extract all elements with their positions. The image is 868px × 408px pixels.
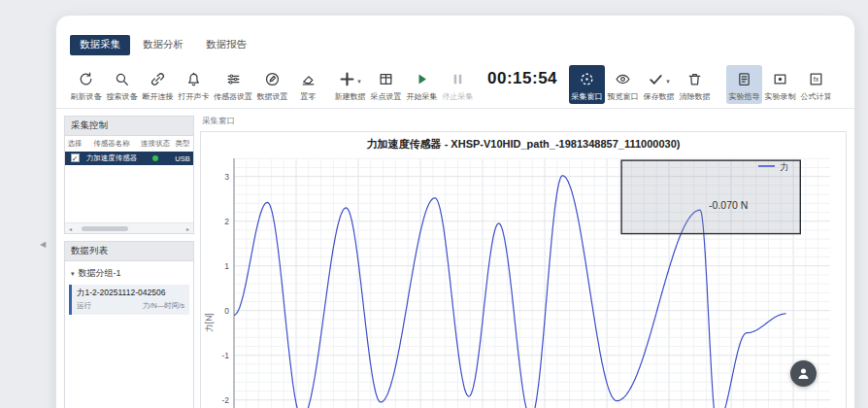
col-select: 选择 — [65, 136, 84, 152]
sensor-row[interactable]: ✓ 力加速度传感器 USB — [65, 152, 193, 165]
sidebar-collapse-arrow-icon[interactable]: ◀ — [40, 240, 46, 249]
data-item-title: 力1-2-20251112-042506 — [77, 288, 184, 299]
data-settings-icon — [264, 69, 281, 88]
sensor-table: 选择 传感器名称 连接状态 类型 ✓ 力加速度传感器 USB — [65, 136, 193, 165]
search-icon — [114, 69, 130, 88]
scroll-right-icon[interactable]: ▸ — [183, 225, 193, 232]
start-icon — [414, 69, 430, 88]
toolbar-item-label: 保存数据 — [644, 91, 675, 102]
connect-icon — [150, 69, 166, 88]
toolbar-item-search[interactable]: 搜索设备 — [104, 65, 140, 104]
data-list-item[interactable]: 力1-2-20251112-042506 运行 力/N—时间/s — [69, 285, 189, 315]
sensor-name: 力加速度传感器 — [84, 152, 139, 165]
toolbar-item-new-data[interactable]: ▾新建数据 — [332, 65, 368, 104]
y-tick-label: -2 — [221, 395, 229, 405]
sensor-settings-icon — [225, 69, 242, 88]
tree-expand-icon[interactable]: ▾ — [71, 270, 75, 278]
toolbar-item-label: 刷新设备 — [71, 91, 102, 102]
stop-icon — [450, 69, 466, 88]
capture-window-icon — [579, 69, 595, 88]
y-tick-label: -1 — [221, 351, 229, 360]
data-item-status: 运行 — [77, 301, 91, 311]
toolbar-item-label: 实验录制 — [765, 91, 796, 102]
y-tick-label: 3 — [224, 172, 229, 182]
toolbar-item-start[interactable]: 开始采集 — [404, 65, 440, 104]
chevron-down-icon[interactable]: ▾ — [666, 78, 670, 88]
toolbar-item-label: 清除数据 — [680, 91, 711, 102]
toolbar-item-label: 搜索设备 — [107, 91, 138, 102]
toolbar-item-clear[interactable]: 清除数据 — [677, 65, 713, 104]
sensor-type: USB — [172, 152, 193, 165]
toolbar-item-sensor-settings[interactable]: 传感器设置 — [212, 65, 254, 104]
acquisition-control-panel: 采集控制 选择 传感器名称 连接状态 类型 ✓ — [64, 116, 194, 234]
y-tick-label: 0 — [224, 306, 229, 316]
svg-text:fx: fx — [814, 76, 819, 83]
acquisition-timer: 00:15:54 — [487, 69, 557, 88]
selection-box[interactable] — [621, 160, 800, 233]
preview-icon — [615, 69, 631, 88]
toolbar-item-label: 采点设置 — [371, 91, 402, 102]
toolbar-item-label: 停止采集 — [443, 91, 474, 102]
toolbar-item-label: 新建数据 — [335, 91, 366, 102]
scroll-left-icon[interactable]: ◂ — [65, 225, 76, 232]
sample-settings-icon — [378, 69, 394, 88]
annotation-value: -0.070 N — [709, 199, 748, 211]
toolbar-item-sample-settings[interactable]: 采点设置 — [368, 65, 404, 104]
col-sensor-name: 传感器名称 — [84, 136, 139, 152]
toolbar-item-data-settings[interactable]: 数据设置 — [254, 65, 290, 104]
data-item-axes: 力/N—时间/s — [143, 301, 184, 311]
sensor-checkbox[interactable]: ✓ — [71, 153, 80, 162]
guide-icon — [736, 69, 752, 88]
y-tick-label: 2 — [224, 217, 229, 226]
toolbar-item-connect[interactable]: 断开连接 — [140, 65, 176, 104]
chart-card: 力加速度传感器 - XHSP-V10HID_path_-1981348857_1… — [200, 131, 847, 408]
sensor-table-hscrollbar[interactable]: ◂ ▸ — [65, 222, 193, 233]
legend-label: 力 — [780, 162, 788, 172]
status-dot-icon — [152, 155, 158, 161]
toolbar-item-record[interactable]: 实验录制 — [762, 65, 798, 104]
toolbar-item-label: 开始采集 — [407, 91, 438, 102]
bell-icon — [185, 69, 202, 88]
y-tick-label: 1 — [224, 261, 229, 271]
toolbar-item-label: 置零 — [301, 91, 317, 102]
toolbar-item-zero[interactable]: 置零 — [290, 65, 326, 104]
save-icon: ▾ — [648, 69, 670, 88]
toolbar-item-save[interactable]: ▾保存数据 — [641, 65, 677, 104]
toolbar-item-label: 断开连接 — [143, 91, 174, 102]
data-group-row[interactable]: ▾ 数据分组-1 — [65, 261, 193, 284]
toolbar-item-label: 数据设置 — [257, 91, 288, 102]
formula-icon: fx — [808, 69, 824, 88]
chart-title: 力加速度传感器 - XHSP-V10HID_path_-1981348857_1… — [201, 137, 846, 152]
content-area: 采集控制 选择 传感器名称 连接状态 类型 ✓ — [56, 109, 854, 408]
col-connect-status: 连接状态 — [139, 136, 172, 152]
toolbar-item-formula[interactable]: fx公式计算 — [798, 65, 834, 104]
tab-data-report[interactable]: 数据报告 — [196, 35, 256, 55]
clear-icon — [686, 69, 703, 88]
tab-data-analysis[interactable]: 数据分析 — [133, 35, 193, 55]
acquisition-control-header: 采集控制 — [65, 117, 193, 136]
toolbar-item-guide[interactable]: 实验指导 — [726, 65, 762, 104]
tab-data-acquisition[interactable]: 数据采集 — [70, 35, 130, 55]
capture-window-label: 采集窗口 — [200, 116, 847, 131]
new-data-icon: ▾ — [339, 69, 361, 88]
record-icon — [772, 69, 788, 88]
toolbar-item-label: 公式计算 — [801, 91, 832, 102]
app-window: 数据采集 数据分析 数据报告 刷新设备搜索设备断开连接打开声卡传感器设置数据设置… — [55, 15, 855, 408]
chart-plot[interactable]: 3210-1-2力[N]-0.070 N力 — [201, 153, 842, 408]
main-toolbar: 刷新设备搜索设备断开连接打开声卡传感器设置数据设置置零▾新建数据采点设置开始采集… — [56, 59, 854, 109]
toolbar-item-label: 传感器设置 — [214, 91, 252, 102]
toolbar-item-label: 预览窗口 — [608, 91, 639, 102]
toolbar-item-stop: 停止采集 — [440, 65, 476, 104]
main-tabbar: 数据采集 数据分析 数据报告 — [56, 16, 854, 55]
toolbar-item-preview[interactable]: 预览窗口 — [605, 65, 641, 104]
toolbar-item-capture-window[interactable]: 采集窗口 — [569, 65, 605, 104]
toolbar-item-bell[interactable]: 打开声卡 — [176, 65, 212, 104]
zero-icon — [300, 69, 317, 88]
toolbar-item-refresh[interactable]: 刷新设备 — [68, 65, 104, 104]
chevron-down-icon[interactable]: ▾ — [357, 78, 361, 88]
assistant-button[interactable] — [790, 360, 817, 387]
sensor-table-header: 选择 传感器名称 连接状态 类型 — [65, 136, 193, 152]
scrollbar-thumb[interactable] — [82, 226, 128, 231]
main-area: 采集窗口 力加速度传感器 - XHSP-V10HID_path_-1981348… — [200, 116, 847, 408]
y-axis-label: 力[N] — [204, 313, 214, 331]
